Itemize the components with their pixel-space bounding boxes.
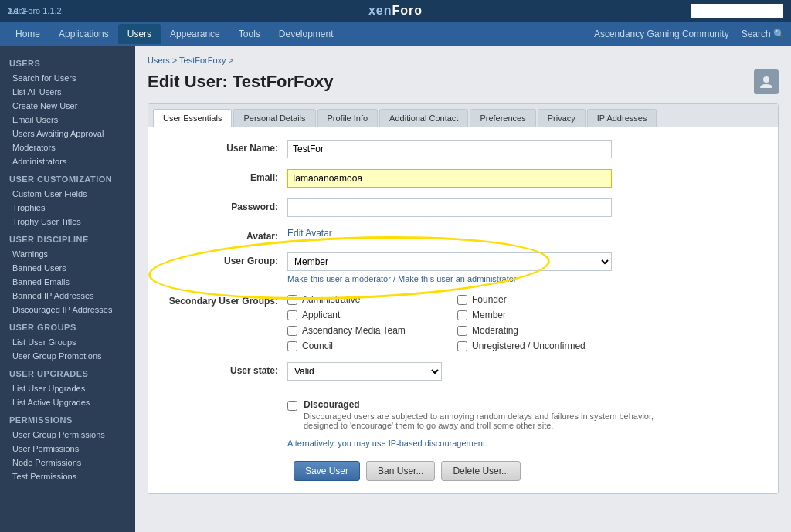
sidebar-link-create-user[interactable]: Create New User xyxy=(0,99,135,113)
top-bar: 1.1.2 XenForo 1.1.2 xenForo xyxy=(0,0,791,22)
app-logo: xenForo xyxy=(368,4,423,18)
group-founder[interactable]: Founder xyxy=(457,294,612,305)
username-input[interactable] xyxy=(287,140,612,158)
sidebar-section-permissions: Permissions xyxy=(0,409,135,428)
sidebar-link-list-users[interactable]: List All Users xyxy=(0,85,135,99)
discouraged-control: Discouraged Discouraged users are subjec… xyxy=(287,391,674,449)
sidebar-link-banned-users[interactable]: Banned Users xyxy=(0,261,135,275)
sidebar-link-active-upgrades[interactable]: List Active Upgrades xyxy=(0,395,135,409)
tab-user-essentials[interactable]: User Essentials xyxy=(153,109,232,127)
sidebar-section-users: Users xyxy=(0,53,135,71)
tab-ip-addresses[interactable]: IP Addresses xyxy=(587,109,657,127)
delete-button[interactable]: Delete User... xyxy=(441,461,521,481)
email-control xyxy=(287,169,674,188)
tabs: User Essentials Personal Details Profile… xyxy=(148,104,778,127)
email-label: Email: xyxy=(164,169,287,183)
usergroup-control: Member Administrative Applicant Founder … xyxy=(287,252,674,283)
avatar-label: Avatar: xyxy=(164,228,287,242)
nav-tools[interactable]: Tools xyxy=(229,24,270,44)
sidebar-link-trophies[interactable]: Trophies xyxy=(0,201,135,215)
sidebar-link-group-promotions[interactable]: User Group Promotions xyxy=(0,349,135,363)
sidebar-link-email-users[interactable]: Email Users xyxy=(0,113,135,127)
sidebar-link-awaiting-approval[interactable]: Users Awaiting Approval xyxy=(0,127,135,141)
username-label: User Name: xyxy=(164,140,287,154)
sidebar-link-list-groups[interactable]: List User Groups xyxy=(0,335,135,349)
make-moderator-link[interactable]: Make this user a moderator xyxy=(287,274,391,283)
edit-avatar-link[interactable]: Edit Avatar xyxy=(287,225,332,239)
nav-search-link[interactable]: Search 🔍 xyxy=(742,29,785,39)
tab-privacy[interactable]: Privacy xyxy=(538,109,586,127)
top-search-input[interactable] xyxy=(691,4,783,18)
page-title: Edit User: TestForFoxy xyxy=(148,72,333,92)
usergroup-wrapper: Member Administrative Applicant Founder … xyxy=(287,252,674,283)
usergroup-row: User Group: Member Administrative Applic… xyxy=(164,252,762,283)
sidebar-link-banned-emails[interactable]: Banned Emails xyxy=(0,275,135,289)
state-label: User state: xyxy=(164,362,287,376)
tab-preferences[interactable]: Preferences xyxy=(470,109,535,127)
tab-personal-details[interactable]: Personal Details xyxy=(233,109,315,127)
sidebar-link-moderators[interactable]: Moderators xyxy=(0,141,135,154)
discouraged-checkbox[interactable] xyxy=(287,401,297,411)
sidebar-section-upgrades: User Upgrades xyxy=(0,363,135,381)
group-administrative[interactable]: Administrative xyxy=(287,294,442,305)
page-title-row: Edit User: TestForFoxy xyxy=(148,69,779,94)
person-icon xyxy=(759,74,774,90)
sidebar: Users Search for Users List All Users Cr… xyxy=(0,46,135,532)
nav-home[interactable]: Home xyxy=(6,24,49,44)
group-media-team[interactable]: Ascendancy Media Team xyxy=(287,325,442,336)
sidebar-section-groups: User Groups xyxy=(0,317,135,335)
content-panel: User Essentials Personal Details Profile… xyxy=(148,103,779,494)
tab-additional-contact[interactable]: Additional Contact xyxy=(379,109,468,127)
password-label: Password: xyxy=(164,198,287,212)
usergroup-select[interactable]: Member Administrative Applicant Founder … xyxy=(287,252,612,271)
nav-applications[interactable]: Applications xyxy=(49,24,118,44)
ip-link[interactable]: Alternatively, you may use IP-based disc… xyxy=(287,439,487,448)
checkbox-media-team[interactable] xyxy=(287,326,297,336)
title-prefix: Edit User: xyxy=(148,72,228,91)
state-row: User state: Valid Awaiting email confirm… xyxy=(164,362,762,381)
make-admin-link[interactable]: Make this user an administrator xyxy=(398,274,516,283)
ban-button[interactable]: Ban User... xyxy=(366,461,435,481)
checkbox-council[interactable] xyxy=(287,341,297,351)
nav-development[interactable]: Development xyxy=(270,24,343,44)
group-council[interactable]: Council xyxy=(287,341,442,351)
layout: Users Search for Users List All Users Cr… xyxy=(0,46,791,532)
sidebar-link-group-permissions[interactable]: User Group Permissions xyxy=(0,428,135,442)
password-input[interactable] xyxy=(287,198,612,217)
sidebar-link-search-users[interactable]: Search for Users xyxy=(0,71,135,85)
tab-profile-info[interactable]: Profile Info xyxy=(317,109,379,127)
sidebar-link-user-permissions[interactable]: User Permissions xyxy=(0,442,135,456)
discouraged-label: Discouraged xyxy=(304,399,674,410)
sidebar-link-banned-ip[interactable]: Banned IP Addresses xyxy=(0,289,135,303)
checkbox-applicant[interactable] xyxy=(287,310,297,320)
breadcrumb-users[interactable]: Users xyxy=(148,56,170,65)
sidebar-link-list-upgrades[interactable]: List User Upgrades xyxy=(0,381,135,395)
group-member[interactable]: Member xyxy=(457,310,612,320)
password-row: Password: xyxy=(164,198,762,217)
sidebar-link-trophy-titles[interactable]: Trophy User Titles xyxy=(0,215,135,229)
group-unregistered[interactable]: Unregistered / Unconfirmed xyxy=(457,341,612,351)
checkbox-administrative[interactable] xyxy=(287,295,297,305)
form-area: User Name: Email: Password: xyxy=(148,127,778,493)
sidebar-section-discipline: User Discipline xyxy=(0,229,135,247)
checkbox-moderating[interactable] xyxy=(457,326,467,336)
nav-appearance[interactable]: Appearance xyxy=(161,24,229,44)
sidebar-link-discouraged-ip[interactable]: Discouraged IP Addresses xyxy=(0,303,135,317)
breadcrumb-testforfoxy[interactable]: TestForFoxy xyxy=(179,56,226,65)
group-moderating[interactable]: Moderating xyxy=(457,325,612,336)
checkbox-founder[interactable] xyxy=(457,295,467,305)
state-select-wrapper: Valid Awaiting email confirmation Awaiti… xyxy=(287,362,674,381)
nav-users[interactable]: Users xyxy=(118,24,161,44)
sidebar-link-test-permissions[interactable]: Test Permissions xyxy=(0,469,135,483)
checkbox-member[interactable] xyxy=(457,310,467,320)
group-applicant[interactable]: Applicant xyxy=(287,310,442,320)
sidebar-link-node-permissions[interactable]: Node Permissions xyxy=(0,456,135,469)
state-select[interactable]: Valid Awaiting email confirmation Awaiti… xyxy=(287,362,442,381)
checkbox-unregistered[interactable] xyxy=(457,341,467,351)
save-button[interactable]: Save User xyxy=(294,461,360,481)
sidebar-link-custom-fields[interactable]: Custom User Fields xyxy=(0,187,135,201)
email-input[interactable] xyxy=(287,169,612,188)
discouraged-row: Discouraged Discouraged users are subjec… xyxy=(164,391,762,449)
sidebar-link-warnings[interactable]: Warnings xyxy=(0,247,135,261)
sidebar-link-administrators[interactable]: Administrators xyxy=(0,154,135,168)
